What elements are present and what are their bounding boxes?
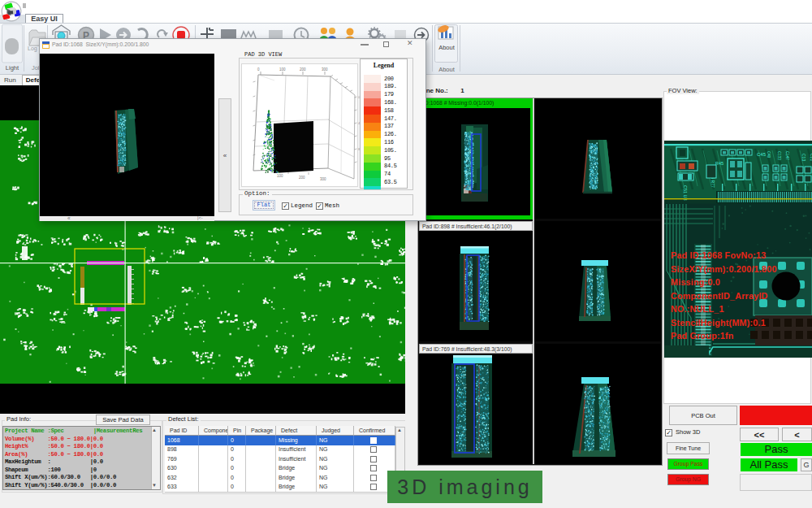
svg-text:C45: C45 [757, 152, 767, 157]
svg-text:Pad Group:1fn: Pad Group:1fn [671, 331, 734, 341]
svg-text:Missing:0.0: Missing:0.0 [671, 277, 720, 287]
svg-text:NO.:NULL_1: NO.:NULL_1 [671, 304, 724, 314]
svg-text:C133: C133 [777, 151, 781, 160]
svg-text:C49: C49 [767, 151, 771, 158]
svg-text:C13: C13 [801, 154, 806, 161]
svg-text:R45: R45 [715, 161, 723, 166]
svg-text:ComponentID_ArrayID: ComponentID_ArrayID [671, 291, 768, 301]
svg-text:C51 U3: C51 U3 [683, 185, 688, 201]
svg-text:SizeX/Y(mm):0.200/1.800: SizeX/Y(mm):0.200/1.800 [671, 264, 777, 274]
svg-text:C147: C147 [785, 151, 789, 160]
svg-text:StencilHeight(MM):0.1: StencilHeight(MM):0.1 [671, 318, 766, 328]
svg-text:Pad ID:1068 FovNo:13: Pad ID:1068 FovNo:13 [671, 250, 766, 260]
